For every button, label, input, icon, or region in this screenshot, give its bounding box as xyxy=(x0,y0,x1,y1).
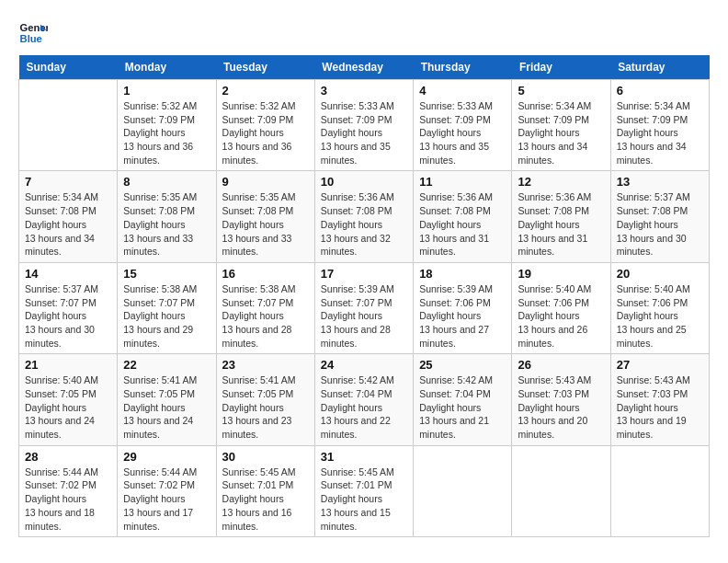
day-info: Sunrise: 5:35 AM Sunset: 7:08 PM Dayligh… xyxy=(123,190,210,258)
day-header-tuesday: Tuesday xyxy=(216,55,314,80)
day-header-saturday: Saturday xyxy=(610,55,709,80)
day-number: 10 xyxy=(321,175,407,189)
day-info: Sunrise: 5:42 AM Sunset: 7:04 PM Dayligh… xyxy=(419,373,506,441)
day-number: 24 xyxy=(321,358,407,372)
calendar-cell: 20 Sunrise: 5:40 AM Sunset: 7:06 PM Dayl… xyxy=(610,262,709,353)
calendar-cell: 16 Sunrise: 5:38 AM Sunset: 7:07 PM Dayl… xyxy=(216,262,314,353)
day-number: 23 xyxy=(222,358,309,372)
day-number: 4 xyxy=(419,84,506,98)
day-info: Sunrise: 5:40 AM Sunset: 7:06 PM Dayligh… xyxy=(518,282,604,350)
day-info: Sunrise: 5:41 AM Sunset: 7:05 PM Dayligh… xyxy=(222,373,309,441)
calendar-cell: 30 Sunrise: 5:45 AM Sunset: 7:01 PM Dayl… xyxy=(216,445,314,536)
day-info: Sunrise: 5:43 AM Sunset: 7:03 PM Dayligh… xyxy=(518,373,604,441)
day-info: Sunrise: 5:34 AM Sunset: 7:09 PM Dayligh… xyxy=(617,99,703,167)
day-info: Sunrise: 5:44 AM Sunset: 7:02 PM Dayligh… xyxy=(25,465,111,533)
day-header-sunday: Sunday xyxy=(19,55,118,80)
day-number: 29 xyxy=(123,450,210,464)
day-number: 8 xyxy=(123,175,210,189)
calendar-header-row: SundayMondayTuesdayWednesdayThursdayFrid… xyxy=(19,55,710,80)
day-header-wednesday: Wednesday xyxy=(314,55,413,80)
day-number: 28 xyxy=(25,450,111,464)
calendar-cell: 2 Sunrise: 5:32 AM Sunset: 7:09 PM Dayli… xyxy=(216,80,314,171)
day-number: 27 xyxy=(617,358,703,372)
day-info: Sunrise: 5:34 AM Sunset: 7:09 PM Dayligh… xyxy=(518,99,604,167)
day-info: Sunrise: 5:41 AM Sunset: 7:05 PM Dayligh… xyxy=(123,373,210,441)
svg-text:Blue: Blue xyxy=(20,33,42,44)
day-info: Sunrise: 5:45 AM Sunset: 7:01 PM Dayligh… xyxy=(222,465,309,533)
calendar-cell: 29 Sunrise: 5:44 AM Sunset: 7:02 PM Dayl… xyxy=(118,445,216,536)
calendar-cell: 13 Sunrise: 5:37 AM Sunset: 7:08 PM Dayl… xyxy=(610,171,709,262)
calendar-cell: 19 Sunrise: 5:40 AM Sunset: 7:06 PM Dayl… xyxy=(512,262,610,353)
calendar-cell: 28 Sunrise: 5:44 AM Sunset: 7:02 PM Dayl… xyxy=(19,445,118,536)
calendar-week-row: 28 Sunrise: 5:44 AM Sunset: 7:02 PM Dayl… xyxy=(19,445,710,536)
calendar-cell: 3 Sunrise: 5:33 AM Sunset: 7:09 PM Dayli… xyxy=(314,80,413,171)
calendar-cell: 1 Sunrise: 5:32 AM Sunset: 7:09 PM Dayli… xyxy=(118,80,216,171)
logo: General Blue xyxy=(18,18,51,48)
calendar-cell: 6 Sunrise: 5:34 AM Sunset: 7:09 PM Dayli… xyxy=(610,80,709,171)
calendar-cell xyxy=(512,445,610,536)
calendar-cell xyxy=(19,80,118,171)
calendar-cell: 12 Sunrise: 5:36 AM Sunset: 7:08 PM Dayl… xyxy=(512,171,610,262)
day-info: Sunrise: 5:39 AM Sunset: 7:07 PM Dayligh… xyxy=(321,282,407,350)
calendar-cell: 31 Sunrise: 5:45 AM Sunset: 7:01 PM Dayl… xyxy=(314,445,413,536)
day-number: 30 xyxy=(222,450,309,464)
day-info: Sunrise: 5:37 AM Sunset: 7:08 PM Dayligh… xyxy=(617,190,703,258)
calendar-cell: 27 Sunrise: 5:43 AM Sunset: 7:03 PM Dayl… xyxy=(610,354,709,445)
day-info: Sunrise: 5:38 AM Sunset: 7:07 PM Dayligh… xyxy=(123,282,210,350)
day-number: 15 xyxy=(123,267,210,281)
calendar-cell: 17 Sunrise: 5:39 AM Sunset: 7:07 PM Dayl… xyxy=(314,262,413,353)
calendar-cell: 18 Sunrise: 5:39 AM Sunset: 7:06 PM Dayl… xyxy=(414,262,512,353)
calendar-week-row: 1 Sunrise: 5:32 AM Sunset: 7:09 PM Dayli… xyxy=(19,80,710,171)
day-info: Sunrise: 5:36 AM Sunset: 7:08 PM Dayligh… xyxy=(518,190,604,258)
calendar-week-row: 14 Sunrise: 5:37 AM Sunset: 7:07 PM Dayl… xyxy=(19,262,710,353)
day-number: 6 xyxy=(617,84,703,98)
calendar-cell: 14 Sunrise: 5:37 AM Sunset: 7:07 PM Dayl… xyxy=(19,262,118,353)
day-number: 1 xyxy=(123,84,210,98)
day-number: 18 xyxy=(419,267,506,281)
day-info: Sunrise: 5:36 AM Sunset: 7:08 PM Dayligh… xyxy=(419,190,506,258)
calendar-week-row: 7 Sunrise: 5:34 AM Sunset: 7:08 PM Dayli… xyxy=(19,171,710,262)
calendar-cell: 26 Sunrise: 5:43 AM Sunset: 7:03 PM Dayl… xyxy=(512,354,610,445)
day-number: 14 xyxy=(25,267,111,281)
calendar-cell: 9 Sunrise: 5:35 AM Sunset: 7:08 PM Dayli… xyxy=(216,171,314,262)
day-number: 12 xyxy=(518,175,604,189)
day-info: Sunrise: 5:45 AM Sunset: 7:01 PM Dayligh… xyxy=(321,465,407,533)
calendar-cell: 11 Sunrise: 5:36 AM Sunset: 7:08 PM Dayl… xyxy=(414,171,512,262)
day-number: 26 xyxy=(518,358,604,372)
day-number: 22 xyxy=(123,358,210,372)
calendar-cell: 4 Sunrise: 5:33 AM Sunset: 7:09 PM Dayli… xyxy=(414,80,512,171)
calendar-cell: 22 Sunrise: 5:41 AM Sunset: 7:05 PM Dayl… xyxy=(118,354,216,445)
day-number: 11 xyxy=(419,175,506,189)
day-number: 20 xyxy=(617,267,703,281)
day-number: 16 xyxy=(222,267,309,281)
day-info: Sunrise: 5:34 AM Sunset: 7:08 PM Dayligh… xyxy=(25,190,111,258)
day-number: 13 xyxy=(617,175,703,189)
day-info: Sunrise: 5:40 AM Sunset: 7:06 PM Dayligh… xyxy=(617,282,703,350)
day-number: 19 xyxy=(518,267,604,281)
day-number: 25 xyxy=(419,358,506,372)
calendar-cell: 7 Sunrise: 5:34 AM Sunset: 7:08 PM Dayli… xyxy=(19,171,118,262)
day-number: 2 xyxy=(222,84,309,98)
day-info: Sunrise: 5:32 AM Sunset: 7:09 PM Dayligh… xyxy=(123,99,210,167)
day-info: Sunrise: 5:36 AM Sunset: 7:08 PM Dayligh… xyxy=(321,190,407,258)
calendar-cell: 23 Sunrise: 5:41 AM Sunset: 7:05 PM Dayl… xyxy=(216,354,314,445)
calendar-cell xyxy=(414,445,512,536)
calendar-table: SundayMondayTuesdayWednesdayThursdayFrid… xyxy=(18,55,710,537)
day-number: 9 xyxy=(222,175,309,189)
calendar-cell: 25 Sunrise: 5:42 AM Sunset: 7:04 PM Dayl… xyxy=(414,354,512,445)
day-info: Sunrise: 5:35 AM Sunset: 7:08 PM Dayligh… xyxy=(222,190,309,258)
calendar-cell: 10 Sunrise: 5:36 AM Sunset: 7:08 PM Dayl… xyxy=(314,171,413,262)
page-header: General Blue xyxy=(18,18,710,48)
day-header-thursday: Thursday xyxy=(414,55,512,80)
day-number: 3 xyxy=(321,84,407,98)
day-info: Sunrise: 5:40 AM Sunset: 7:05 PM Dayligh… xyxy=(25,373,111,441)
day-number: 7 xyxy=(25,175,111,189)
day-info: Sunrise: 5:38 AM Sunset: 7:07 PM Dayligh… xyxy=(222,282,309,350)
calendar-cell: 5 Sunrise: 5:34 AM Sunset: 7:09 PM Dayli… xyxy=(512,80,610,171)
day-number: 21 xyxy=(25,358,111,372)
day-info: Sunrise: 5:37 AM Sunset: 7:07 PM Dayligh… xyxy=(25,282,111,350)
logo-icon: General Blue xyxy=(18,18,48,48)
day-number: 31 xyxy=(321,450,407,464)
day-info: Sunrise: 5:33 AM Sunset: 7:09 PM Dayligh… xyxy=(321,99,407,167)
day-header-friday: Friday xyxy=(512,55,610,80)
